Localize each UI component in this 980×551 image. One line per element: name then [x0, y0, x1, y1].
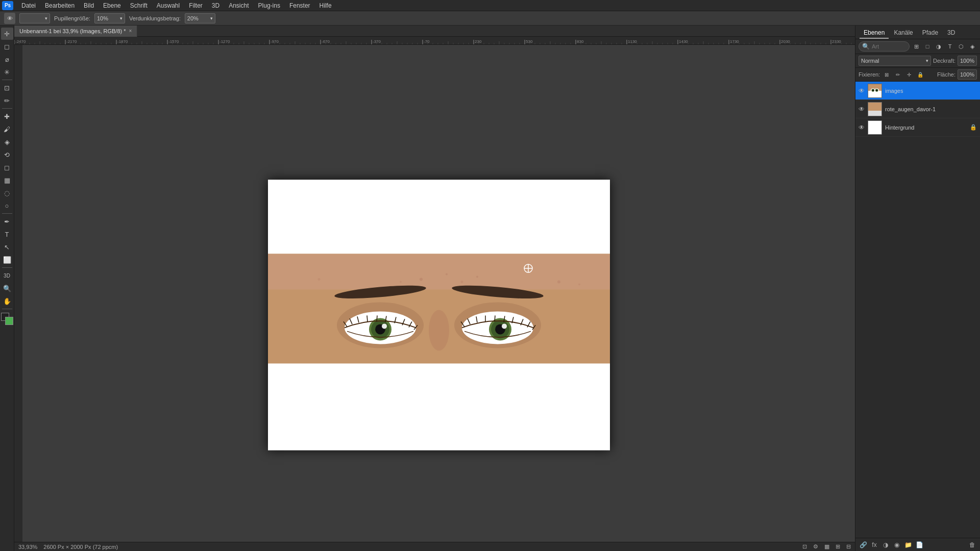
- dodge-tool[interactable]: ○: [1, 199, 13, 212]
- tool-preset-icon[interactable]: 👁: [4, 13, 15, 24]
- svg-point-195: [382, 323, 387, 329]
- menu-ansicht[interactable]: Ansicht: [225, 1, 253, 10]
- layer-item-images[interactable]: 👁 images: [855, 82, 980, 100]
- new-group-btn[interactable]: 📁: [903, 540, 913, 549]
- svg-text:-370: -370: [373, 39, 381, 44]
- layer-name-rote-augen: rote_augen_davor-1: [885, 106, 977, 112]
- pen-tool[interactable]: ✒: [1, 215, 13, 228]
- menubar: Ps Datei Bearbeiten Bild Ebene Schrift A…: [0, 0, 980, 11]
- tab-kanaele[interactable]: Kanäle: [890, 28, 917, 39]
- layer-type-btn[interactable]: T: [945, 42, 954, 51]
- svg-point-205: [476, 276, 478, 278]
- new-layer-btn[interactable]: 📄: [915, 540, 924, 549]
- svg-point-200: [502, 323, 507, 329]
- crop-tool[interactable]: ⊡: [1, 82, 13, 94]
- svg-point-209: [317, 278, 320, 281]
- darken-dropdown[interactable]: 20%: [185, 13, 215, 23]
- lock-all-icon[interactable]: 🔒: [916, 70, 925, 79]
- layer-shape-btn[interactable]: ⬡: [957, 42, 966, 51]
- link-layers-btn[interactable]: 🔗: [859, 540, 868, 549]
- eraser-tool[interactable]: ◻: [1, 161, 13, 173]
- menu-datei[interactable]: Datei: [17, 1, 40, 10]
- toolbar-divider-3: [2, 213, 12, 214]
- left-toolbar: ✛ ◻ ⌀ ✳ ⊡ ✏ ✚ 🖌 ◈ ⟲ ◻ ▦ ◌ ○ ✒ T ↖ ⬜ 3D 🔍…: [0, 26, 14, 551]
- layer-kind-btn[interactable]: ⊞: [912, 42, 921, 51]
- type-tool[interactable]: T: [1, 228, 13, 240]
- layer-pixel-btn[interactable]: □: [923, 42, 932, 51]
- menu-auswahl[interactable]: Auswahl: [153, 1, 184, 10]
- menu-plugins[interactable]: Plug-ins: [254, 1, 284, 10]
- add-mask-btn[interactable]: ◑: [881, 540, 890, 549]
- hand-tool[interactable]: ✋: [1, 295, 13, 307]
- svg-point-203: [446, 273, 448, 275]
- magic-wand-tool[interactable]: ✳: [1, 66, 13, 78]
- menu-fenster[interactable]: Fenster: [285, 1, 314, 10]
- svg-text:2330: 2330: [832, 39, 841, 44]
- right-panels: Ebenen Kanäle Pfade 3D 🔍 ⊞ □ ◑ T ⬡ ◈ Nor…: [855, 26, 980, 551]
- blend-mode-dropdown[interactable]: Normal: [859, 56, 931, 66]
- doc-tab-close[interactable]: ×: [129, 28, 132, 34]
- menu-bearbeiten[interactable]: Bearbeiten: [41, 1, 79, 10]
- path-select-tool[interactable]: ↖: [1, 241, 13, 253]
- blur-tool[interactable]: ◌: [1, 187, 13, 199]
- shape-tool[interactable]: ⬜: [1, 254, 13, 266]
- layer-vis-images[interactable]: 👁: [859, 87, 865, 94]
- layer-item-rote-augen[interactable]: 👁 rote_augen_davor-1: [855, 100, 980, 118]
- ruler-left-svg: [14, 45, 22, 542]
- lasso-tool[interactable]: ⌀: [1, 53, 13, 65]
- gradient-tool[interactable]: ▦: [1, 174, 13, 186]
- layer-search-input[interactable]: [872, 43, 902, 49]
- toolbar-divider-5: [2, 309, 12, 309]
- tab-3d[interactable]: 3D: [943, 28, 959, 39]
- zoom-tool[interactable]: 🔍: [1, 282, 13, 294]
- menu-3d[interactable]: 3D: [208, 1, 224, 10]
- svg-point-223: [876, 89, 877, 91]
- layer-adj-btn[interactable]: ◑: [934, 42, 943, 51]
- selection-tool[interactable]: ◻: [1, 40, 13, 53]
- move-tool[interactable]: ✛: [1, 28, 13, 40]
- panel-toolbar: 🔍 ⊞ □ ◑ T ⬡ ◈: [855, 39, 980, 54]
- lock-pos-icon[interactable]: ⊠: [882, 70, 891, 79]
- layer-search[interactable]: 🔍: [859, 41, 910, 52]
- lock-draw-icon[interactable]: ✏: [893, 70, 902, 79]
- lock-move-icon[interactable]: ✛: [904, 70, 914, 79]
- menu-hilfe[interactable]: Hilfe: [315, 1, 336, 10]
- layer-thumb-hintergrund: [868, 120, 882, 135]
- svg-text:-70: -70: [424, 39, 430, 44]
- layer-vis-hintergrund[interactable]: 👁: [859, 124, 865, 131]
- pupil-size-dropdown[interactable]: 10%: [94, 13, 125, 23]
- menu-ebene[interactable]: Ebene: [99, 1, 125, 10]
- layer-vis-rote-augen[interactable]: 👁: [859, 106, 865, 113]
- doc-tab-title: Unbenannt-1 bei 33,9% (Images, RGB/8) *: [19, 28, 126, 34]
- opacity-value[interactable]: 100%: [958, 56, 977, 66]
- background-color[interactable]: [5, 317, 13, 325]
- new-fill-adj-btn[interactable]: ◉: [892, 540, 901, 549]
- fixieren-label: Fixieren:: [859, 71, 880, 78]
- menu-filter[interactable]: Filter: [185, 1, 207, 10]
- history-brush-tool[interactable]: ⟲: [1, 148, 13, 161]
- tab-ebenen[interactable]: Ebenen: [860, 28, 889, 39]
- brush-tool[interactable]: 🖌: [1, 123, 13, 135]
- svg-text:-670: -670: [322, 39, 330, 44]
- tool-preset-dropdown[interactable]: [19, 13, 50, 23]
- layer-thumb-rote-augen: [868, 102, 882, 116]
- document-tab[interactable]: Unbenannt-1 bei 33,9% (Images, RGB/8) * …: [14, 26, 137, 37]
- delete-layer-btn[interactable]: 🗑: [968, 540, 977, 549]
- layer-smart-btn[interactable]: ◈: [968, 42, 977, 51]
- clone-tool[interactable]: ◈: [1, 136, 13, 148]
- add-style-btn[interactable]: fx: [870, 540, 879, 549]
- tab-pfade[interactable]: Pfade: [918, 28, 942, 39]
- fill-value[interactable]: 100%: [958, 69, 977, 80]
- menu-schrift[interactable]: Schrift: [126, 1, 152, 10]
- canvas-wrapper[interactable]: [22, 45, 855, 542]
- zoom-3d-tool[interactable]: 3D: [1, 269, 13, 282]
- eyedropper-tool[interactable]: ✏: [1, 94, 13, 107]
- menu-bild[interactable]: Bild: [80, 1, 98, 10]
- eyes-svg: [268, 254, 610, 363]
- layer-item-hintergrund[interactable]: 👁 Hintergrund 🔒: [855, 118, 980, 137]
- svg-rect-183: [14, 45, 22, 542]
- color-swatches[interactable]: [1, 313, 13, 325]
- healing-tool[interactable]: ✚: [1, 110, 13, 122]
- svg-text:-970: -970: [271, 39, 279, 44]
- opacity-label: Deckraft:: [933, 58, 955, 64]
